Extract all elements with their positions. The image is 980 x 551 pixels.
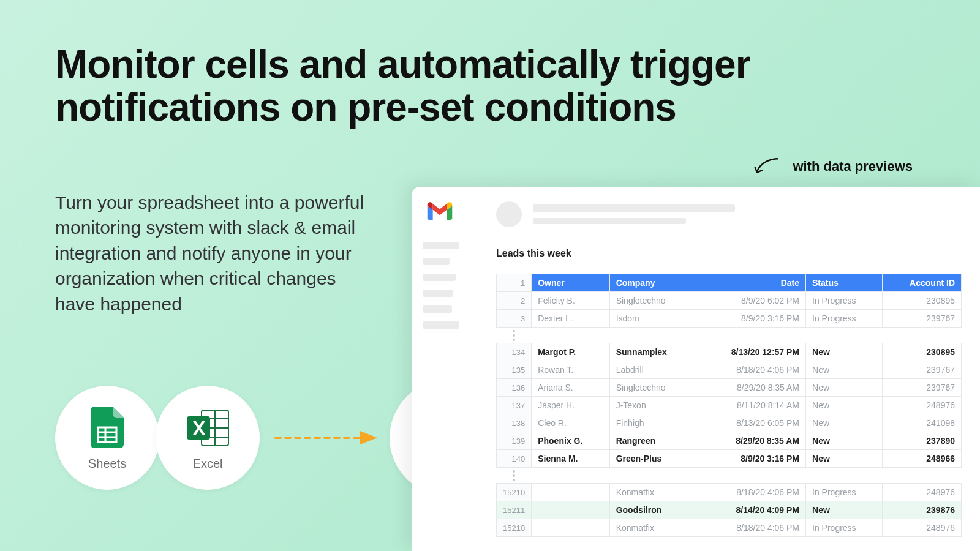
row-number: 136 [497,379,532,397]
excel-label: Excel [193,457,223,471]
dashed-arrow-icon [274,430,379,446]
table-row: 2Felicity B.Singletechno8/9/20 6:02 PMIn… [497,292,962,310]
callout: with data previews [752,156,913,178]
sheets-label: Sheets [88,457,126,471]
row-number: 2 [497,292,532,310]
row-number: 137 [497,397,532,414]
table-row: 134Margot P.Sunnamplex8/13/20 12:57 PMNe… [497,343,962,361]
table-row: 137Jasper H.J-Texon8/11/20 8:14 AMNew248… [497,397,962,414]
row-number: 138 [497,414,532,432]
table-row: 135Rowan T.Labdrill8/18/20 4:06 PMNew239… [497,361,962,379]
curved-arrow-icon [752,156,782,178]
google-sheets-icon [91,405,124,451]
sheets-circle: Sheets [55,386,159,490]
table-row: 136Ariana S.Singletechno8/29/20 8:35 AMN… [497,379,962,397]
excel-icon [186,405,230,451]
col-status: Status [806,274,883,292]
email-preview-panel: Leads this week 1OwnerCompanyDateStatusA… [412,187,980,551]
avatar-placeholder [496,201,522,227]
col-owner: Owner [532,274,609,292]
row-number: 15210 [497,519,532,537]
headline: Monitor cells and automatically trigger … [55,43,925,129]
table-row: 3Dexter L.Isdom8/9/20 3:16 PMIn Progress… [497,310,962,328]
data-preview-table: 1OwnerCompanyDateStatusAccount ID2Felici… [496,274,980,537]
row-number: 134 [497,343,532,361]
placeholder-line [533,218,686,224]
row-number: 139 [497,432,532,450]
table-row: 15211Goodsilron8/14/20 4:09 PMNew239876 [497,501,962,519]
svg-marker-11 [360,431,377,444]
excel-circle: Excel [156,386,260,490]
email-subject: Leads this week [496,248,980,259]
row-number: 15211 [497,501,532,519]
col-company: Company [609,274,696,292]
callout-text: with data previews [793,159,913,174]
row-number: 140 [497,450,532,468]
row-number: 3 [497,310,532,328]
email-header-placeholder [496,201,735,227]
col-date: Date [696,274,805,292]
placeholder-line [533,204,735,212]
row-number: 135 [497,361,532,379]
table-row: 140Sienna M.Green-Plus8/9/20 3:16 PMNew2… [497,450,962,468]
row-number: 15210 [497,484,532,501]
table-row: 15210Konmatfix8/18/20 4:06 PMIn Progress… [497,519,962,537]
sidebar-placeholder [423,242,459,329]
table-row: 15210Konmatfix8/18/20 4:06 PMIn Progress… [497,484,962,501]
table-row: 139Phoenix G.Rangreen8/29/20 8:35 AMNew2… [497,432,962,450]
table-row: 138Cleo R.Finhigh8/13/20 6:05 PMNew24109… [497,414,962,432]
subheadline: Turn your spreadsheet into a powerful mo… [55,190,380,317]
gmail-logo-icon [423,201,457,220]
row-number: 1 [497,274,532,292]
col-account: Account ID [883,274,962,292]
